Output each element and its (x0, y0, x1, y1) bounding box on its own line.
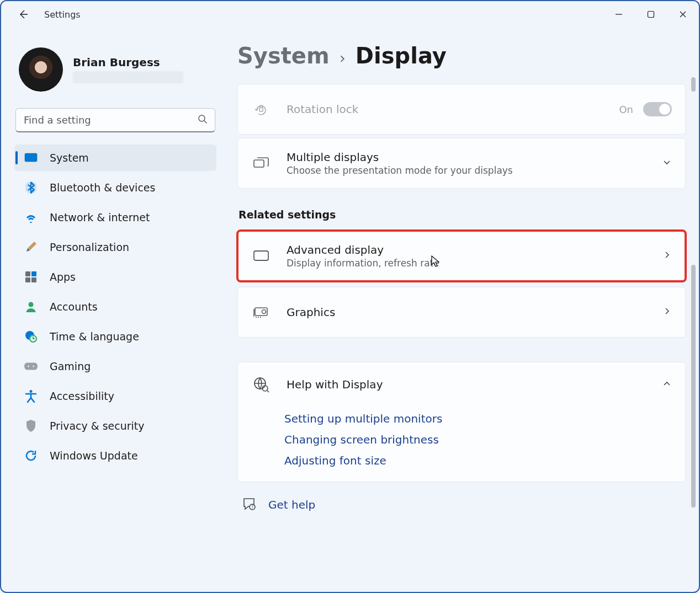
back-button[interactable] (12, 3, 34, 25)
svg-point-15 (30, 390, 33, 393)
sidebar-item-label: System (50, 152, 89, 164)
help-with-display-header[interactable]: Help with Display (238, 362, 685, 407)
sidebar-item-update[interactable]: Windows Update (14, 442, 216, 469)
breadcrumb-root[interactable]: System (237, 43, 330, 68)
get-help-icon: ? (242, 496, 256, 513)
rotation-lock-state: On (619, 104, 633, 115)
sidebar-item-label: Apps (50, 271, 76, 283)
svg-point-9 (29, 302, 34, 307)
rotation-lock-toggle (643, 102, 672, 116)
sidebar-item-accounts[interactable]: Accounts (14, 293, 216, 320)
settings-window: Settings Brian Burgess (0, 0, 700, 593)
maximize-icon (647, 10, 655, 18)
profile-block[interactable]: Brian Burgess (14, 44, 216, 105)
sidebar-item-label: Windows Update (50, 450, 138, 462)
sidebar-item-accessibility[interactable]: Accessibility (14, 383, 216, 409)
profile-name: Brian Burgess (73, 56, 183, 69)
page-title: Display (356, 43, 447, 68)
multiple-displays-sub: Choose the presentation mode for your di… (287, 165, 513, 176)
help-links-list: Setting up multiple monitors Changing sc… (238, 407, 685, 482)
minimize-button[interactable] (603, 3, 635, 25)
sidebar-item-label: Bluetooth & devices (50, 181, 155, 194)
back-arrow-icon (18, 9, 29, 20)
close-icon (679, 10, 687, 18)
multiple-displays-icon (252, 154, 270, 172)
multiple-displays-title: Multiple displays (287, 151, 513, 164)
sidebar-item-apps[interactable]: Apps (14, 264, 216, 290)
svg-point-20 (262, 310, 266, 314)
help-with-display-card: Help with Display Setting up multiple mo… (237, 362, 686, 482)
advanced-display-row[interactable]: Advanced display Display information, re… (238, 231, 685, 281)
sidebar-item-gaming[interactable]: Gaming (14, 353, 216, 380)
close-button[interactable] (667, 3, 699, 25)
scrollbar-thumb[interactable] (691, 265, 696, 507)
graphics-row[interactable]: Graphics (238, 287, 685, 337)
svg-rect-8 (31, 277, 36, 282)
sidebar-item-label: Privacy & security (50, 420, 145, 432)
sidebar-item-label: Network & internet (50, 211, 150, 223)
profile-email-redacted (73, 71, 183, 83)
get-help-link[interactable]: Get help (268, 498, 315, 511)
scrollbar-thumb-top[interactable] (691, 77, 696, 92)
sidebar-item-label: Accounts (50, 301, 98, 313)
avatar (19, 47, 63, 92)
advanced-display-sub: Display information, refresh rate (287, 258, 439, 269)
svg-rect-7 (25, 277, 30, 282)
help-link-screen-brightness[interactable]: Changing screen brightness (284, 433, 672, 446)
chevron-right-icon (662, 306, 672, 318)
svg-rect-18 (254, 251, 268, 260)
svg-point-14 (33, 366, 34, 367)
sidebar-nav: System Bluetooth & devices Network & int… (14, 145, 216, 469)
rotation-lock-row: Rotation lock On (238, 84, 685, 134)
svg-rect-6 (31, 271, 36, 276)
shield-icon (24, 419, 38, 432)
help-link-font-size[interactable]: Adjusting font size (284, 454, 672, 467)
chevron-right-icon (662, 250, 672, 262)
help-link-multiple-monitors[interactable]: Setting up multiple monitors (284, 412, 672, 425)
window-controls (603, 3, 699, 25)
monitor-icon (252, 247, 270, 265)
chevron-right-icon: › (340, 49, 346, 67)
svg-rect-5 (25, 271, 30, 276)
window-title: Settings (44, 9, 81, 20)
rotation-lock-icon (252, 100, 270, 118)
advanced-display-title: Advanced display (287, 243, 439, 257)
svg-rect-2 (25, 153, 37, 162)
svg-point-13 (28, 366, 29, 367)
paintbrush-icon (24, 241, 38, 254)
content-area: System › Display Rotation lock On (222, 28, 699, 592)
sidebar-item-label: Personalization (50, 241, 129, 253)
sidebar-item-privacy[interactable]: Privacy & security (14, 413, 216, 439)
rotation-lock-title: Rotation lock (287, 103, 358, 116)
search-input[interactable] (15, 108, 215, 132)
globe-search-icon (252, 376, 270, 393)
maximize-button[interactable] (635, 3, 667, 25)
svg-text:?: ? (251, 505, 253, 510)
rotation-lock-card: Rotation lock On (237, 84, 686, 135)
sidebar-item-network[interactable]: Network & internet (14, 204, 216, 231)
gamepad-icon (24, 360, 38, 373)
sidebar-item-system[interactable]: System (14, 145, 216, 171)
sidebar: Brian Burgess System (1, 28, 222, 592)
sidebar-item-bluetooth[interactable]: Bluetooth & devices (14, 174, 216, 201)
update-icon (24, 449, 38, 462)
search-container (15, 108, 215, 132)
bluetooth-icon (24, 181, 38, 194)
sidebar-item-label: Gaming (50, 360, 91, 372)
apps-icon (24, 270, 38, 284)
breadcrumb: System › Display (237, 43, 686, 68)
multiple-displays-card: Multiple displays Choose the presentatio… (237, 138, 686, 189)
help-with-display-title: Help with Display (287, 378, 383, 391)
sidebar-item-personalization[interactable]: Personalization (14, 234, 216, 260)
titlebar: Settings (1, 1, 699, 28)
chevron-up-icon (662, 378, 672, 391)
sidebar-item-label: Accessibility (50, 390, 114, 402)
chevron-down-icon (662, 157, 672, 169)
sidebar-item-time[interactable]: Time & language (14, 323, 216, 350)
wifi-icon (24, 211, 38, 224)
multiple-displays-row[interactable]: Multiple displays Choose the presentatio… (238, 138, 685, 188)
person-icon (24, 300, 38, 313)
advanced-display-card: Advanced display Display information, re… (237, 231, 686, 281)
svg-rect-0 (648, 12, 654, 18)
graphics-card: Graphics (237, 287, 686, 338)
